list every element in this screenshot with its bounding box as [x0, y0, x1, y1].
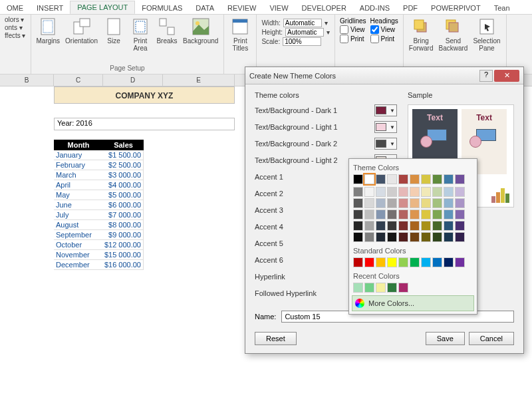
color-swatch[interactable] [455, 209, 465, 219]
color-swatch[interactable] [376, 221, 386, 231]
color-swatch[interactable] [353, 283, 363, 293]
tab-formulas[interactable]: FORMULAS [135, 2, 189, 14]
color-swatch[interactable] [455, 257, 465, 267]
color-swatch[interactable] [398, 209, 408, 219]
color-swatch[interactable] [410, 257, 420, 267]
col-b[interactable]: B [0, 74, 54, 86]
tab-home[interactable]: OME [0, 2, 30, 14]
color-swatch[interactable] [376, 198, 386, 208]
col-c[interactable]: C [54, 74, 103, 86]
color-swatch[interactable] [444, 198, 454, 208]
color-swatch[interactable] [376, 232, 386, 242]
color-swatch-button[interactable]: ▼ [374, 121, 397, 133]
table-row[interactable]: November$15 000.00 [54, 250, 144, 260]
headings-print-checkbox[interactable] [370, 35, 379, 43]
height-input[interactable] [285, 28, 324, 37]
year-cell[interactable]: Year: 2016 [54, 118, 235, 130]
color-swatch[interactable] [364, 257, 374, 267]
color-swatch[interactable] [364, 174, 374, 184]
breaks-button[interactable]: Breaks [154, 16, 180, 46]
color-swatch[interactable] [410, 174, 420, 184]
size-button[interactable]: Size [100, 16, 127, 46]
table-row[interactable]: April$4 000.00 [54, 180, 144, 190]
color-swatch[interactable] [387, 257, 397, 267]
color-swatch[interactable] [432, 221, 442, 231]
color-swatch[interactable] [364, 187, 374, 197]
more-colors-button[interactable]: More Colors... [352, 295, 474, 311]
col-e[interactable]: E [163, 74, 235, 86]
print-titles-button[interactable]: Print Titles [227, 16, 253, 53]
color-swatch[interactable] [376, 187, 386, 197]
orientation-button[interactable]: Orientation [63, 16, 100, 46]
table-row[interactable]: February$2 500.00 [54, 160, 144, 170]
send-backward-button[interactable]: Send Backward [436, 16, 470, 53]
tab-developer[interactable]: DEVELOPER [295, 2, 353, 14]
color-swatch[interactable] [353, 257, 363, 267]
color-swatch[interactable] [364, 209, 374, 219]
color-swatch[interactable] [364, 221, 374, 231]
color-swatch[interactable] [444, 174, 454, 184]
color-swatch[interactable] [387, 187, 397, 197]
color-swatch[interactable] [353, 232, 363, 242]
color-swatch[interactable] [353, 209, 363, 219]
color-swatch[interactable] [432, 232, 442, 242]
tab-review[interactable]: REVIEW [221, 2, 263, 14]
color-swatch[interactable] [455, 187, 465, 197]
table-row[interactable]: September$9 000.00 [54, 230, 144, 240]
color-swatch[interactable] [353, 198, 363, 208]
color-swatch-button[interactable]: ▼ [374, 138, 397, 150]
color-swatch[interactable] [398, 232, 408, 242]
table-row[interactable]: March$3 000.00 [54, 170, 144, 180]
color-swatch[interactable] [410, 209, 420, 219]
table-row[interactable]: December$16 000.00 [54, 260, 144, 270]
colors-dropdown[interactable]: olors ▾ [5, 16, 26, 23]
color-swatch[interactable] [398, 221, 408, 231]
table-row[interactable]: May$5 000.00 [54, 190, 144, 200]
close-button[interactable]: ✕ [494, 70, 519, 82]
headings-view-checkbox[interactable] [370, 25, 379, 34]
background-button[interactable]: Background [180, 16, 221, 46]
col-d[interactable]: D [103, 74, 163, 86]
color-swatch[interactable] [387, 232, 397, 242]
tab-page-layout[interactable]: PAGE LAYOUT [70, 1, 135, 14]
fonts-dropdown[interactable]: onts ▾ [5, 24, 26, 31]
color-swatch[interactable] [387, 221, 397, 231]
gridlines-view-checkbox[interactable] [340, 25, 348, 34]
color-swatch[interactable] [444, 257, 454, 267]
reset-button[interactable]: Reset [255, 332, 297, 345]
color-swatch[interactable] [353, 174, 363, 184]
color-swatch[interactable] [398, 283, 408, 293]
color-swatch[interactable] [387, 283, 397, 293]
color-swatch[interactable] [398, 187, 408, 197]
selection-pane-button[interactable]: Selection Pane [470, 16, 503, 53]
bring-forward-button[interactable]: Bring Forward [406, 16, 436, 53]
color-swatch[interactable] [421, 174, 431, 184]
color-swatch[interactable] [387, 209, 397, 219]
print-area-button[interactable]: Print Area [127, 16, 154, 53]
margins-button[interactable]: Margins [34, 16, 63, 46]
tab-insert[interactable]: INSERT [30, 2, 70, 14]
width-input[interactable] [283, 19, 322, 27]
color-swatch[interactable] [364, 283, 374, 293]
color-swatch[interactable] [398, 257, 408, 267]
color-swatch[interactable] [455, 174, 465, 184]
color-swatch[interactable] [432, 257, 442, 267]
effects-dropdown[interactable]: ffects ▾ [5, 32, 26, 39]
color-swatch[interactable] [353, 221, 363, 231]
table-row[interactable]: July$7 000.00 [54, 210, 144, 220]
color-swatch[interactable] [421, 257, 431, 267]
table-row[interactable]: January$1 500.00 [54, 150, 144, 160]
tab-view[interactable]: VIEW [263, 2, 295, 14]
table-row[interactable]: June$6 000.00 [54, 200, 144, 210]
color-swatch[interactable] [376, 257, 386, 267]
tab-team[interactable]: Tean [487, 2, 517, 14]
tab-pdf[interactable]: PDF [396, 2, 424, 14]
color-swatch[interactable] [376, 174, 386, 184]
color-swatch[interactable] [455, 198, 465, 208]
help-button[interactable]: ? [479, 70, 493, 82]
color-swatch[interactable] [421, 221, 431, 231]
color-swatch[interactable] [410, 198, 420, 208]
color-swatch[interactable] [387, 198, 397, 208]
cancel-button[interactable]: Cancel [469, 332, 514, 345]
color-swatch[interactable] [455, 221, 465, 231]
